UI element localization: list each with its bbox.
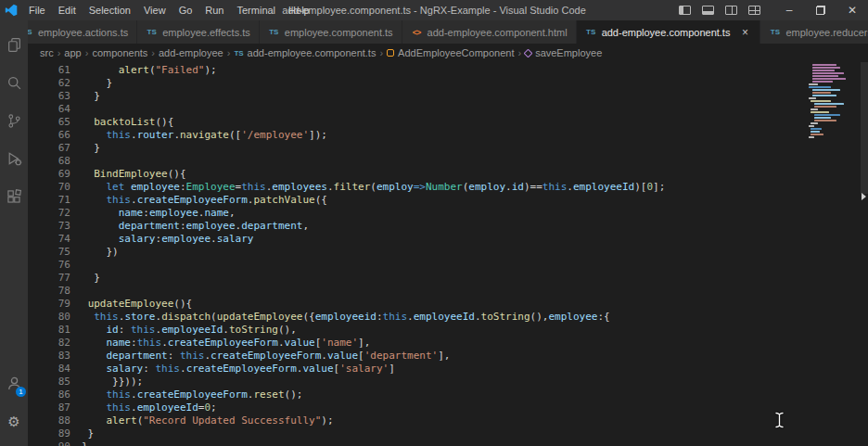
code-line[interactable]: 80 this.store.dispatch(updateEmployee({e… bbox=[28, 311, 868, 324]
code-line[interactable]: 69 BindEmployee(){ bbox=[28, 168, 868, 181]
breadcrumb-app[interactable]: app bbox=[64, 47, 81, 58]
toggle-secondary-sidebar-icon[interactable] bbox=[725, 6, 737, 15]
customize-layout-icon[interactable] bbox=[748, 6, 760, 15]
code-line[interactable]: 73 department:employee.department, bbox=[28, 220, 868, 233]
code-line[interactable]: 71 this.createEmployeeForm.patchValue({ bbox=[28, 194, 868, 207]
menu-view[interactable]: View bbox=[137, 0, 172, 20]
code-token: , bbox=[229, 207, 236, 219]
code-line[interactable]: 65 backtoList(){ bbox=[28, 116, 868, 129]
code-token: '/employee' bbox=[241, 129, 309, 141]
breadcrumb-class[interactable]: AddEmployeeComponent bbox=[398, 47, 514, 58]
code-line[interactable]: 87 this.employeeId=0; bbox=[28, 401, 868, 414]
code-token: ] bbox=[389, 363, 395, 375]
code-token: ); bbox=[321, 414, 333, 427]
code-token: . bbox=[223, 324, 229, 336]
code-line[interactable]: 68 bbox=[28, 155, 868, 168]
code-token: 'salary' bbox=[339, 363, 389, 375]
code-token: ({ bbox=[302, 311, 314, 323]
code-token: : bbox=[143, 363, 155, 375]
line-number: 75 bbox=[28, 246, 70, 259]
source-control-icon[interactable] bbox=[0, 102, 28, 140]
code-line[interactable]: 75 }) bbox=[28, 246, 868, 259]
code-editor[interactable]: 61 alert("Failed");62 }63 }6465 backtoLi… bbox=[28, 62, 868, 446]
minimap[interactable] bbox=[809, 64, 861, 139]
code-line[interactable]: 62 } bbox=[28, 77, 868, 90]
menu-help[interactable]: Help bbox=[282, 0, 316, 20]
code-token: this bbox=[241, 181, 266, 193]
tab-employee-actions-ts[interactable]: TS employee.actions.ts bbox=[28, 20, 137, 44]
minimap-line bbox=[812, 72, 844, 74]
line-number: 66 bbox=[28, 129, 70, 142]
breadcrumb-file[interactable]: add-employee.component.ts bbox=[248, 47, 377, 58]
code-token: . bbox=[131, 129, 137, 141]
code-line[interactable]: 79 updateEmployee(){ bbox=[28, 298, 868, 311]
breadcrumb-components[interactable]: components bbox=[92, 47, 147, 58]
tab-label: employee.component.ts bbox=[285, 27, 393, 38]
accounts-icon[interactable]: 1 bbox=[0, 364, 28, 402]
search-icon[interactable] bbox=[0, 64, 28, 102]
code-line[interactable]: 89 } bbox=[28, 427, 868, 440]
code-line[interactable]: 70 let employee:Employee=this.employees.… bbox=[28, 181, 868, 194]
scrollbar-thumb[interactable] bbox=[861, 62, 868, 194]
chevron-right-icon: › bbox=[151, 47, 155, 58]
minimize-button[interactable]: – bbox=[773, 0, 805, 20]
menu-terminal[interactable]: Terminal bbox=[231, 0, 283, 20]
tab-add-employee-component-ts[interactable]: TS add-employee.component.ts × bbox=[577, 20, 761, 44]
code-line[interactable]: 83 department: this.createEmployeeForm.v… bbox=[28, 350, 868, 363]
code-token: . bbox=[180, 363, 186, 375]
line-number: 71 bbox=[28, 194, 70, 207]
code-line[interactable]: 61 alert("Failed"); bbox=[28, 64, 868, 77]
tab-label: employee.actions.ts bbox=[38, 27, 128, 38]
tab-close-icon[interactable]: × bbox=[738, 26, 751, 39]
code-token: ], bbox=[358, 337, 370, 349]
code-token: BindEmployee bbox=[94, 168, 167, 180]
toggle-sidebar-icon[interactable] bbox=[679, 6, 691, 15]
code-line[interactable]: 88 alert("Record Updated Successfully"); bbox=[28, 414, 868, 427]
restore-button[interactable] bbox=[805, 0, 836, 20]
menu-go[interactable]: Go bbox=[172, 0, 199, 20]
minimap-line bbox=[812, 92, 831, 94]
code-token: toString bbox=[481, 311, 530, 323]
code-line[interactable]: 90} bbox=[28, 440, 868, 446]
code-line[interactable]: 84 salary: this.createEmployeeForm.value… bbox=[28, 363, 868, 376]
minimap-line bbox=[812, 64, 836, 66]
code-line[interactable]: 77 } bbox=[28, 272, 868, 285]
code-line[interactable]: 64 bbox=[28, 103, 868, 116]
settings-gear-icon[interactable]: ⚙ bbox=[0, 402, 28, 440]
code-token bbox=[82, 324, 107, 336]
tab-employee-effects-ts[interactable]: TS employee.effects.ts bbox=[137, 20, 260, 44]
code-line[interactable]: 76 bbox=[28, 259, 868, 272]
code-token bbox=[82, 363, 107, 375]
code-line[interactable]: 82 name:this.createEmployeeForm.value['n… bbox=[28, 337, 868, 350]
code-line[interactable]: 85 }})); bbox=[28, 376, 868, 389]
menu-selection[interactable]: Selection bbox=[83, 0, 137, 20]
line-number: 61 bbox=[28, 64, 70, 77]
tab-employee-component-ts[interactable]: TS employee.component.ts bbox=[260, 20, 402, 44]
menu-run[interactable]: Run bbox=[198, 0, 230, 20]
run-and-debug-icon[interactable] bbox=[0, 140, 28, 178]
code-line[interactable]: 86 this.createEmployeeForm.reset(); bbox=[28, 389, 868, 401]
close-button[interactable]: ✕ bbox=[836, 0, 868, 20]
code-token: : bbox=[131, 337, 137, 349]
toggle-panel-icon[interactable] bbox=[702, 6, 714, 15]
code-token: ([ bbox=[229, 129, 241, 141]
code-line[interactable]: 78 bbox=[28, 285, 868, 298]
code-token bbox=[82, 168, 94, 180]
code-token: router bbox=[137, 129, 174, 141]
breadcrumb-add-employee[interactable]: add-employee bbox=[159, 47, 223, 58]
code-line[interactable]: 74 salary:employee.salary bbox=[28, 233, 868, 246]
code-line[interactable]: 66 this.router.navigate(['/employee']); bbox=[28, 129, 868, 142]
explorer-icon[interactable] bbox=[0, 26, 28, 64]
tab-employee-reducers-ts[interactable]: TS employee.reducers.ts bbox=[760, 20, 868, 44]
code-line[interactable]: 67 } bbox=[28, 142, 868, 155]
menu-file[interactable]: File bbox=[22, 0, 52, 20]
vertical-scrollbar[interactable] bbox=[861, 62, 868, 446]
menu-edit[interactable]: Edit bbox=[52, 0, 83, 20]
breadcrumb-method[interactable]: saveEmployee bbox=[535, 47, 602, 58]
extensions-icon[interactable] bbox=[0, 178, 28, 216]
code-line[interactable]: 63 } bbox=[28, 90, 868, 103]
code-line[interactable]: 72 name:employee.name, bbox=[28, 207, 868, 220]
code-line[interactable]: 81 id: this.employeeId.toString(), bbox=[28, 324, 868, 337]
tab-add-employee-component-html[interactable]: <> add-employee.component.html bbox=[402, 20, 577, 44]
breadcrumb-src[interactable]: src bbox=[40, 47, 54, 58]
